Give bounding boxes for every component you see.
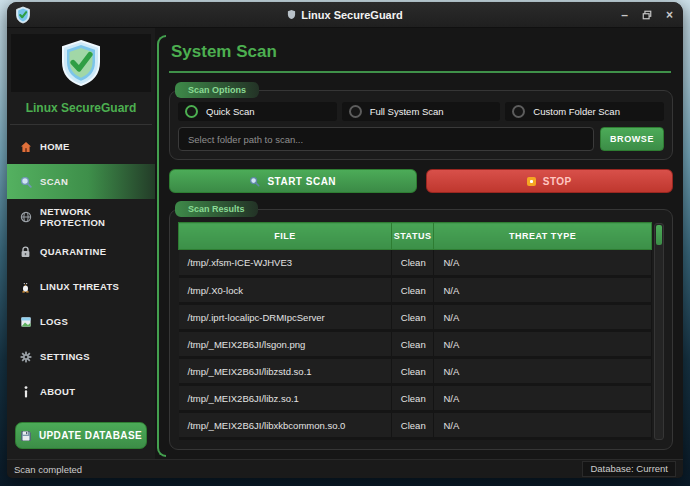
window-title: Linux SecureGuard: [287, 9, 402, 21]
start-scan-button[interactable]: START SCAN: [169, 169, 417, 193]
shield-icon: [287, 9, 296, 20]
magnifier-icon: [19, 175, 32, 188]
lock-icon: [19, 245, 32, 258]
sidebar-item-label: SCAN: [40, 176, 68, 187]
logo-panel: [11, 34, 151, 92]
table-row[interactable]: /tmp/.xfsm-ICE-WJHVE3 Clean N/A: [179, 250, 652, 277]
radio-custom-folder-scan[interactable]: Custom Folder Scan: [505, 102, 664, 121]
table-header-row: FILE STATUS THREAT TYPE: [179, 223, 652, 250]
radio-circle: [185, 105, 198, 118]
maximize-button[interactable]: [642, 10, 652, 20]
status-cell: Clean: [391, 304, 434, 331]
window-controls: – ×: [621, 2, 673, 28]
home-icon: [19, 140, 32, 153]
table-row[interactable]: /tmp/_MEIX2B6JI/libzstd.so.1 Clean N/A: [179, 358, 652, 385]
threat-cell: N/A: [434, 277, 652, 304]
threat-cell: N/A: [434, 331, 652, 358]
floppy-disk-icon: [20, 430, 32, 442]
maximize-icon: [642, 10, 652, 20]
database-status: Database: Current: [582, 461, 676, 477]
sidebar-item-label: ABOUT: [40, 386, 75, 397]
sidebar-item-home[interactable]: HOME: [10, 129, 152, 164]
content-frame-border: [157, 35, 166, 457]
status-cell: Clean: [391, 277, 434, 304]
status-cell: Clean: [391, 250, 434, 277]
scrollbar-thumb[interactable]: [656, 225, 662, 245]
sidebar-item-label: SETTINGS: [40, 351, 90, 362]
table-row[interactable]: /tmp/_MEIX2B6JI/libz.so.1 Clean N/A: [179, 385, 652, 412]
minimize-button[interactable]: –: [621, 9, 628, 21]
threat-cell: N/A: [434, 385, 652, 412]
brand-name: Linux SecureGuard: [10, 92, 152, 125]
radio-circle: [512, 105, 525, 118]
status-cell: Clean: [391, 412, 434, 439]
browse-button[interactable]: BROWSE: [600, 127, 664, 151]
file-cell: /tmp/_MEIX2B6JI/lsgon.png: [179, 331, 392, 358]
sidebar-item-label: LOGS: [40, 316, 68, 327]
penguin-icon: [19, 280, 32, 293]
scan-options-group: Scan Options Quick Scan Full System Scan…: [169, 90, 673, 160]
file-cell: /tmp/_MEIX2B6JI/libzstd.so.1: [179, 358, 392, 385]
status-cell: Clean: [391, 385, 434, 412]
scan-results-label: Scan Results: [175, 201, 258, 217]
table-row[interactable]: /tmp/.X0-lock Clean N/A: [179, 277, 652, 304]
column-header-threat-type[interactable]: THREAT TYPE: [434, 223, 652, 250]
gear-icon: [19, 350, 32, 363]
results-table-container: FILE STATUS THREAT TYPE /tmp/.xfsm-ICE-W…: [178, 222, 664, 443]
file-cell: /tmp/_MEIX2B6JI/libz.so.1: [179, 385, 392, 412]
stop-icon: [527, 177, 536, 186]
results-scrollbar[interactable]: [654, 223, 664, 440]
threat-cell: N/A: [434, 412, 652, 439]
status-cell: Clean: [391, 358, 434, 385]
radio-label: Full System Scan: [370, 106, 444, 117]
table-row[interactable]: /tmp/_MEIX2B6JI/lsgon.png Clean N/A: [179, 331, 652, 358]
titlebar: Linux SecureGuard – ×: [7, 2, 683, 28]
update-database-label: UPDATE DATABASE: [39, 430, 142, 441]
app-shield-icon: [15, 6, 31, 28]
table-row[interactable]: /tmp/_MEIX2B6JI/libxkbcommon.so.0 Clean …: [179, 412, 652, 439]
sidebar-nav: HOME SCAN NETWORK PROTECTION: [10, 129, 152, 409]
file-cell: /tmp/.iprt-localipc-DRMIpcServer: [179, 304, 392, 331]
results-table: FILE STATUS THREAT TYPE /tmp/.xfsm-ICE-W…: [178, 222, 652, 440]
radio-label: Custom Folder Scan: [533, 106, 620, 117]
sidebar-item-about[interactable]: ABOUT: [10, 374, 152, 409]
statusbar: Scan completed Database: Current: [7, 459, 683, 478]
table-row[interactable]: /tmp/.iprt-localipc-DRMIpcServer Clean N…: [179, 304, 652, 331]
sidebar-item-label: LINUX THREATS: [40, 281, 119, 292]
column-header-file[interactable]: FILE: [179, 223, 392, 250]
close-button[interactable]: ×: [666, 9, 673, 21]
sidebar-item-quarantine[interactable]: QUARANTINE: [10, 234, 152, 269]
page-title: System Scan: [171, 42, 673, 62]
sidebar-item-scan[interactable]: SCAN: [7, 164, 155, 199]
stop-button[interactable]: STOP: [426, 169, 674, 193]
file-cell: /tmp/_MEIX2B6JI/libxkbcommon.so.0: [179, 412, 392, 439]
window-title-text: Linux SecureGuard: [301, 9, 402, 21]
sidebar-item-network-protection[interactable]: NETWORK PROTECTION: [10, 199, 152, 234]
info-icon: [19, 385, 32, 398]
sidebar-item-label: NETWORK PROTECTION: [40, 206, 143, 228]
title-divider: [169, 71, 671, 73]
logs-icon: [19, 315, 32, 328]
radio-circle: [349, 105, 362, 118]
brand-shield-logo: [59, 39, 103, 87]
radio-quick-scan[interactable]: Quick Scan: [178, 102, 337, 121]
status-cell: Clean: [391, 331, 434, 358]
sidebar-item-settings[interactable]: SETTINGS: [10, 339, 152, 374]
radio-full-system-scan[interactable]: Full System Scan: [342, 102, 501, 121]
sidebar-item-label: QUARANTINE: [40, 246, 106, 257]
column-header-status[interactable]: STATUS: [391, 223, 434, 250]
status-message: Scan completed: [14, 464, 82, 475]
scan-results-group: Scan Results FILE STATUS THREAT TYPE: [169, 209, 673, 450]
update-database-button[interactable]: UPDATE DATABASE: [15, 422, 147, 449]
file-cell: /tmp/.X0-lock: [179, 277, 392, 304]
sidebar-item-logs[interactable]: LOGS: [10, 304, 152, 339]
sidebar: Linux SecureGuard HOME SCAN: [7, 28, 155, 459]
sidebar-item-linux-threats[interactable]: LINUX THREATS: [10, 269, 152, 304]
folder-path-input[interactable]: [178, 127, 594, 151]
radio-label: Quick Scan: [206, 106, 255, 117]
threat-cell: N/A: [434, 304, 652, 331]
scan-type-radios: Quick Scan Full System Scan Custom Folde…: [178, 102, 664, 121]
threat-cell: N/A: [434, 250, 652, 277]
file-cell: /tmp/.xfsm-ICE-WJHVE3: [179, 250, 392, 277]
globe-icon: [19, 210, 32, 223]
